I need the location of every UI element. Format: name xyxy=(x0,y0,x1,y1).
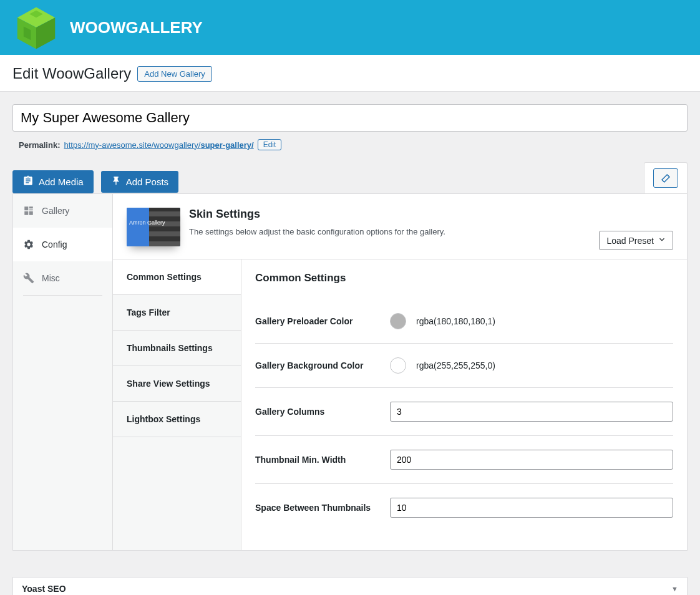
sidebar-item-config[interactable]: Config xyxy=(13,228,112,261)
columns-input[interactable] xyxy=(390,402,673,422)
yoast-seo-panel[interactable]: Yoast SEO ▼ xyxy=(12,577,688,595)
toolbar-right xyxy=(644,162,688,193)
yoast-label: Yoast SEO xyxy=(22,584,66,594)
chevron-down-icon xyxy=(658,235,666,246)
wand-button[interactable] xyxy=(653,168,678,188)
pin-icon xyxy=(111,176,121,188)
section-title: Common Settings xyxy=(255,272,673,284)
thumb-min-width-input[interactable] xyxy=(390,450,673,470)
settings-wrap: Common Settings Tags Filter Thumbnails S… xyxy=(113,259,687,550)
svg-rect-4 xyxy=(29,206,33,208)
page-title: Edit WoowGallery xyxy=(12,65,131,82)
svg-rect-5 xyxy=(29,210,33,211)
bg-color-swatch[interactable] xyxy=(390,357,406,374)
tab-lightbox-settings[interactable]: Lightbox Settings xyxy=(113,402,241,437)
add-new-gallery-button[interactable]: Add New Gallery xyxy=(137,66,212,82)
sidebar-item-gallery[interactable]: Gallery xyxy=(13,194,112,228)
field-preloader-color: Gallery Preloader Color rgba(180,180,180… xyxy=(255,299,673,343)
tab-common-settings[interactable]: Common Settings xyxy=(113,259,241,295)
main-panel: Gallery Config Misc Amron Gallery xyxy=(12,193,688,551)
svg-rect-6 xyxy=(24,211,28,215)
edit-permalink-button[interactable]: Edit xyxy=(258,139,282,150)
brand-name: WOOWGALLERY xyxy=(70,18,203,37)
preloader-color-value: rgba(180,180,180,1) xyxy=(416,316,495,326)
permalink-label: Permalink: xyxy=(19,140,60,150)
bg-color-value: rgba(255,255,255,0) xyxy=(416,360,495,370)
sidebar-item-misc[interactable]: Misc xyxy=(13,261,112,295)
space-between-input[interactable] xyxy=(390,498,673,518)
tab-thumbnails-settings[interactable]: Thumbnails Settings xyxy=(113,331,241,366)
gallery-title-input[interactable] xyxy=(12,104,688,132)
field-space-between: Space Between Thumbnails xyxy=(255,484,673,531)
panel-body: Amron Gallery Skin Settings The settings… xyxy=(113,194,687,550)
top-banner: WOOWGALLERY xyxy=(0,0,700,55)
preloader-color-swatch[interactable] xyxy=(390,313,406,329)
add-media-button[interactable]: Add Media xyxy=(12,170,94,193)
skin-title: Skin Settings xyxy=(189,208,445,221)
load-preset-select[interactable]: Load Preset xyxy=(599,231,674,250)
page-header: Edit WoowGallery Add New Gallery xyxy=(0,55,700,92)
svg-rect-7 xyxy=(29,211,33,215)
field-columns: Gallery Columns xyxy=(255,388,673,435)
toolbar: Add Media Add Posts xyxy=(12,170,688,193)
permalink-row: Permalink: https://my-awesome.site/woowg… xyxy=(19,139,688,150)
field-thumb-min-width: Thumbnail Min. Width xyxy=(255,436,673,483)
media-icon xyxy=(22,175,34,188)
skin-header: Amron Gallery Skin Settings The settings… xyxy=(113,194,687,259)
settings-tabs: Common Settings Tags Filter Thumbnails S… xyxy=(113,259,241,550)
svg-rect-3 xyxy=(24,206,28,210)
permalink-link[interactable]: https://my-awesome.site/woowgallery/supe… xyxy=(64,140,253,150)
wrench-icon xyxy=(23,273,34,284)
skin-description: The settings below adjust the basic conf… xyxy=(189,227,445,236)
brand-logo xyxy=(14,3,59,52)
triangle-down-icon: ▼ xyxy=(671,585,678,593)
skin-thumbnail: Amron Gallery xyxy=(127,208,180,246)
tab-tags-filter[interactable]: Tags Filter xyxy=(113,295,241,331)
grid-icon xyxy=(23,205,34,216)
sidebar-divider xyxy=(23,295,102,296)
gear-icon xyxy=(23,239,34,250)
settings-content: Common Settings Gallery Preloader Color … xyxy=(241,259,687,550)
sidebar: Gallery Config Misc xyxy=(13,194,113,550)
tab-share-view-settings[interactable]: Share View Settings xyxy=(113,366,241,402)
field-bg-color: Gallery Background Color rgba(255,255,25… xyxy=(255,344,673,387)
add-posts-button[interactable]: Add Posts xyxy=(101,171,178,193)
